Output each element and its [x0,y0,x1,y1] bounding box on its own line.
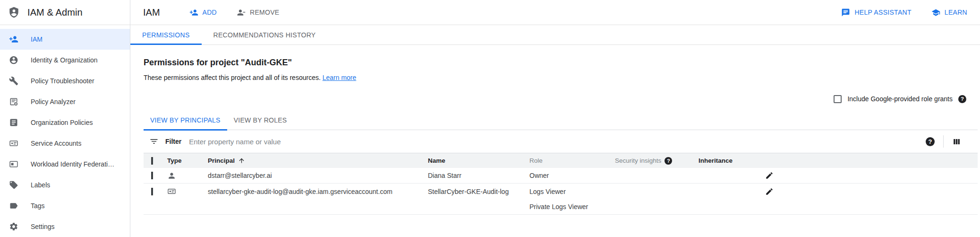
wrench-icon [9,76,18,86]
label-icon [9,180,18,190]
sidebar-header: IAM & Admin [0,0,130,25]
include-grants-checkbox[interactable] [834,95,842,103]
column-header-security-insights[interactable]: Security insights [610,157,694,165]
principal-cell: dstarr@stellarcyber.ai [203,172,423,179]
gear-icon [9,222,18,231]
edit-pencil-icon[interactable] [765,187,774,196]
policy-analyzer-icon [9,97,18,106]
tab-permissions[interactable]: PERMISSIONS [130,25,202,44]
role-cell: Private Logs Viewer [525,203,610,211]
learn-button[interactable]: LEARN [931,8,967,17]
sidebar-item-settings[interactable]: Settings [0,216,130,237]
add-button-label: ADD [203,9,217,16]
column-header-principal[interactable]: Principal [203,157,423,164]
sort-ascending-icon[interactable] [238,157,245,164]
chat-icon [841,8,850,17]
permissions-heading: Permissions for project "Audit-GKE" [144,58,980,68]
vertical-divider [943,135,944,148]
app-bar: IAM ADD REMOVE HELP ASSISTANT LEARN [130,0,980,25]
row-checkbox[interactable] [151,172,153,179]
sidebar-item-policy-troubleshooter[interactable]: Policy Troubleshooter [0,70,130,91]
principal-type-cell [162,171,203,180]
sidebar-item-identity-organization[interactable]: Identity & Organization [0,50,130,70]
table-header-row: Type Principal Name Role Security insigh… [144,153,978,168]
sidebar-item-label: Tags [31,202,45,210]
include-grants-label: Include Google-provided role grants [847,95,953,103]
sidebar-item-service-accounts[interactable]: Service Accounts [0,133,130,154]
sidebar-item-label: Identity & Organization [31,56,98,64]
sidebar-item-workload-identity-federation[interactable]: Workload Identity Federati… [0,154,130,175]
name-cell: StellarCyber-GKE-Audit-log [423,188,525,195]
tab-bar: PERMISSIONS RECOMMENDATIONS HISTORY [130,25,980,45]
article-icon [9,118,18,127]
column-header-name[interactable]: Name [423,157,525,164]
table-row-role-continuation: Private Logs Viewer [144,199,978,215]
person-remove-icon [237,8,246,17]
learn-more-link[interactable]: Learn more [323,74,357,81]
sidebar-nav: IAM Identity & Organization Policy Troub… [0,25,130,237]
person-icon [167,171,176,180]
row-checkbox-cell [144,188,162,195]
sidebar-item-label: Workload Identity Federati… [31,160,114,168]
sidebar-item-label: Service Accounts [31,140,81,147]
row-checkbox[interactable] [151,188,153,195]
column-header-inheritance[interactable]: Inheritance [694,157,751,164]
iam-admin-page: IAM & Admin IAM Identity & Organization … [0,0,980,237]
tab-view-by-principals[interactable]: VIEW BY PRINCIPALS [144,113,227,130]
account-circle-icon [9,55,18,65]
include-grants-row: Include Google-provided role grants [144,94,980,104]
school-icon [931,8,940,17]
page-title: IAM [143,7,160,18]
role-cell: Owner [525,172,610,179]
help-circle-icon[interactable] [665,157,672,165]
tab-recommendations-history[interactable]: RECOMMENDATIONS HISTORY [202,25,328,44]
tab-view-by-roles[interactable]: VIEW BY ROLES [227,113,294,130]
person-add-icon [9,35,18,44]
card-icon [9,159,18,169]
add-button[interactable]: ADD [189,8,217,17]
role-cell: Logs Viewer [525,188,610,195]
sidebar-item-organization-policies[interactable]: Organization Policies [0,112,130,133]
name-cell: Diana Starr [423,172,525,179]
permissions-description: These permissions affect this project an… [144,74,980,81]
sidebar-item-label: Policy Troubleshooter [31,77,94,85]
permissions-table: Type Principal Name Role Security insigh… [144,153,978,215]
tag-icon [9,201,18,211]
sidebar-item-label: Labels [31,181,50,189]
column-header-security-label: Security insights [615,157,661,164]
table-row[interactable]: dstarr@stellarcyber.ai Diana Starr Owner [144,168,978,184]
column-header-type[interactable]: Type [162,157,203,164]
column-display-icon[interactable] [952,137,961,146]
edit-pencil-icon[interactable] [765,171,774,180]
column-header-role[interactable]: Role [525,157,610,164]
sidebar-item-iam[interactable]: IAM [0,29,130,50]
sidebar: IAM & Admin IAM Identity & Organization … [0,0,130,237]
actions-cell [751,171,978,180]
content: Permissions for project "Audit-GKE" Thes… [130,45,980,237]
sidebar-item-label: Organization Policies [31,119,93,126]
sidebar-item-tags[interactable]: Tags [0,195,130,216]
person-add-icon [189,8,198,17]
filter-input[interactable] [189,138,926,146]
select-all-checkbox[interactable] [151,157,153,165]
service-account-icon [167,187,176,196]
main-area: IAM ADD REMOVE HELP ASSISTANT LEARN PERM… [130,0,980,237]
view-tabs: VIEW BY PRINCIPALS VIEW BY ROLES [144,113,978,130]
help-assistant-label: HELP ASSISTANT [854,9,911,16]
description-text: These permissions affect this project an… [144,74,321,81]
sidebar-item-label: Settings [31,223,55,230]
help-circle-icon[interactable] [958,95,966,103]
actions-cell [751,187,978,196]
help-assistant-button[interactable]: HELP ASSISTANT [841,8,911,17]
sidebar-item-label: IAM [31,35,43,43]
help-circle-icon[interactable] [926,137,935,146]
sidebar-item-policy-analyzer[interactable]: Policy Analyzer [0,91,130,112]
table-row[interactable]: stellarcyber-gke-audit-log@audit-gke.iam… [144,184,978,199]
remove-button[interactable]: REMOVE [237,8,279,17]
filter-bar: Filter [144,130,980,153]
sidebar-item-labels[interactable]: Labels [0,175,130,195]
row-checkbox-cell [144,172,162,179]
column-header-principal-label: Principal [208,157,235,164]
filter-icon [149,137,159,146]
iam-admin-shield-icon [8,6,20,19]
